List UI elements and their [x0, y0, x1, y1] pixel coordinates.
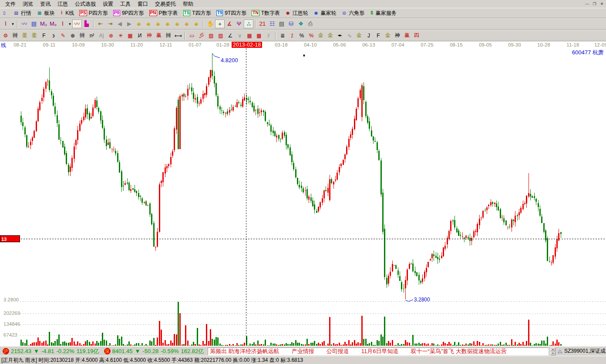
print-icon[interactable]: ⎙ [306, 20, 315, 28]
menu-item[interactable]: 交易委托 [152, 0, 179, 8]
window-minimize-icon[interactable]: — [584, 1, 590, 7]
wave-line-icon[interactable]: ∿ [345, 31, 354, 40]
win-angle-icon[interactable]: 赢 [402, 31, 412, 40]
pen-gauge-icon[interactable]: ✎ [58, 31, 68, 40]
measure-tool-icon[interactable]: ∡ [225, 20, 234, 28]
mini-chart-3-icon[interactable]: M₃ [39, 20, 48, 28]
notes-icon[interactable]: ▤ [277, 20, 286, 28]
parallel-lines-icon[interactable]: ⫽ [264, 31, 273, 40]
f-angle-icon[interactable]: F [374, 31, 383, 40]
diamond-right-icon[interactable]: ◈ [144, 20, 153, 28]
win-gauge-icon[interactable]: 赢 [154, 31, 164, 40]
gold-hline-icon[interactable]: 金 [326, 31, 335, 40]
dropdown-arrow-icon[interactable]: ▾ [10, 20, 15, 28]
percent-icon[interactable]: % [297, 31, 306, 40]
crosshair-tool-icon[interactable]: ＋ [215, 20, 225, 28]
calendar-icon[interactable]: 21 [258, 20, 267, 28]
9t-square-button[interactable]: T9 9T四方形 [215, 9, 248, 17]
t-square-button[interactable]: TS T四方形 [182, 9, 212, 17]
prev-bar-icon[interactable]: ◀ [115, 20, 125, 28]
gold-gauge2-icon[interactable]: 釜 [30, 31, 39, 40]
angle-line-icon[interactable]: ∠ [226, 31, 235, 40]
ruler-123-icon[interactable]: 卌 [164, 31, 173, 40]
ray-fan-icon[interactable]: 彡 [197, 31, 206, 40]
next-bar-icon[interactable]: ▶ [125, 20, 134, 28]
export-icon[interactable]: ❖ [296, 20, 306, 28]
news-ticker[interactable]: 筹频出 助海洋经济扬帆远航产业情报公司报道11月6日早知道双十一“菜鸟”首飞 大… [208, 347, 549, 355]
clipboard-icon[interactable]: ▤ [29, 20, 39, 28]
fib-gauge-icon[interactable]: F [39, 31, 49, 40]
menu-item[interactable]: 设置 [99, 0, 117, 8]
red-grid-icon[interactable]: ▦ [125, 31, 135, 40]
percent-slope-icon[interactable]: ⁒ [287, 31, 297, 40]
v-line-icon[interactable]: ∨ [235, 31, 245, 40]
t-table-button[interactable]: TN T数字表 [250, 9, 281, 17]
gann-grid-icon[interactable]: ▦ [245, 31, 254, 40]
gann-wheel-button[interactable]: ◉ 江恩轮 [284, 9, 310, 17]
quotes-button[interactable]: ▤ 行情 [12, 9, 33, 17]
blue-pattern-icon[interactable]: 〰 [20, 20, 29, 28]
candle-type-icon[interactable]: ⌇ [58, 20, 67, 28]
p-square-button[interactable]: PS P四方形 [78, 9, 109, 17]
window-close-icon[interactable]: ✕ [599, 1, 605, 7]
menu-item[interactable]: 文件 [2, 0, 19, 8]
red-pattern-icon[interactable]: 〰 [72, 20, 82, 28]
diamond-center-icon[interactable]: ◈ [192, 20, 201, 28]
diamond-compress-icon[interactable]: ◈ [182, 20, 192, 28]
spiral-icon[interactable]: ϶ [49, 31, 58, 40]
histogram-icon[interactable]: ▙ [82, 20, 91, 28]
p-table-button[interactable]: PN P数字表 [148, 9, 179, 17]
width-measure-icon[interactable]: ⟷ [173, 31, 183, 40]
dropdown-arrow-icon[interactable]: ▾ [67, 20, 72, 28]
menu-item[interactable]: 浏览 [19, 0, 37, 8]
winner-service-button[interactable]: $ 赢家服务 [368, 9, 398, 17]
diamond-expand-icon[interactable]: ◈ [172, 20, 182, 28]
red-circle-icon[interactable]: ⊕ [106, 31, 116, 40]
shen-angle-icon[interactable]: 神 [393, 31, 402, 40]
menu-item[interactable]: 工具 [117, 0, 134, 8]
first-bar-icon[interactable]: ⇤ [96, 20, 105, 28]
last-bar-icon[interactable]: ⇥ [105, 20, 115, 28]
brush-line-icon[interactable]: ✒ [335, 31, 345, 40]
menu-item[interactable]: 窗口 [134, 0, 152, 8]
kline-period-icon[interactable]: ⌇ [1, 20, 10, 28]
gold-circle-icon[interactable]: 金 [316, 31, 326, 40]
spin-down-button[interactable]: ▼ [550, 351, 556, 355]
box-tool-icon[interactable]: ▭ [187, 31, 197, 40]
window-restore-icon[interactable]: ❐ [591, 1, 598, 7]
shen-gauge-icon[interactable]: 神 [145, 31, 154, 40]
menu-item[interactable]: 帮助 [179, 0, 197, 8]
menu-item[interactable]: 资讯 [37, 0, 54, 8]
zigzag-icon[interactable]: И [135, 31, 145, 40]
fan-grid-icon[interactable]: ▨ [206, 31, 216, 40]
diamond-left-icon[interactable]: ◈ [134, 20, 144, 28]
diamond-down-icon[interactable]: ◈ [163, 20, 172, 28]
square-number-icon[interactable]: n² [87, 31, 97, 40]
j-angle-icon[interactable]: J [364, 31, 374, 40]
kline-chart-canvas[interactable] [0, 48, 606, 346]
menu-item[interactable]: 江恩 [54, 0, 71, 8]
spin-up-button[interactable]: ▲ [550, 347, 556, 351]
letter-line-icon[interactable]: A| [97, 31, 106, 40]
window-cut-icon[interactable]: ▯ [1, 10, 10, 17]
time-gauge-icon[interactable]: 卌 [77, 31, 87, 40]
four-angle-icon[interactable]: 四 [412, 31, 421, 40]
scale-icon[interactable]: 卌 [10, 31, 20, 40]
gold-gauge-icon[interactable]: 釜 [20, 31, 30, 40]
pattern-tool-icon[interactable]: ஃ [244, 20, 253, 28]
hand-tool-icon[interactable]: ✋ [205, 20, 215, 28]
spider-web-icon[interactable]: ✳ [116, 31, 125, 40]
percent-lines-icon[interactable]: % [306, 31, 316, 40]
winner-wheel-button[interactable]: ◉ 赢家轮 [312, 9, 338, 17]
calculator-icon[interactable]: ☷ [267, 20, 277, 28]
gann-box-icon[interactable]: ▩ [254, 31, 264, 40]
9p-square-button[interactable]: P9 9P四方形 [112, 9, 145, 17]
ladder-icon[interactable]: ≣ [278, 31, 287, 40]
mini-chart-9-icon[interactable]: M₉ [48, 20, 58, 28]
gold-angle-icon[interactable]: 金 [383, 31, 393, 40]
save-icon[interactable]: ⛁ [286, 20, 296, 28]
cut-tool-icon[interactable]: ⚙ [1, 31, 10, 40]
gold-ray-icon[interactable]: 金 [354, 31, 364, 40]
menu-item[interactable]: 公式选股 [71, 0, 99, 8]
sectors-button[interactable]: ▦ 板块 [35, 9, 56, 17]
